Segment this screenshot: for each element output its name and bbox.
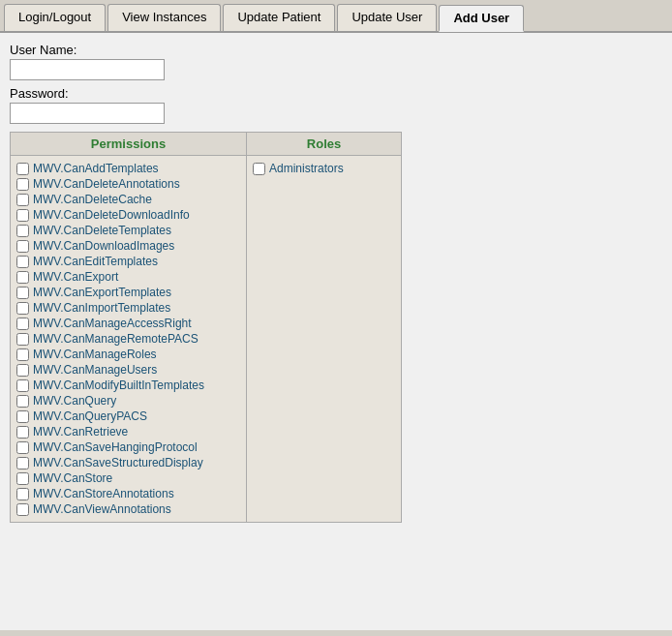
permission-item: MWV.CanDeleteAnnotations xyxy=(16,177,240,191)
username-row: User Name: xyxy=(10,43,662,80)
permission-checkbox-5[interactable] xyxy=(16,240,29,253)
permission-label[interactable]: MWV.CanImportTemplates xyxy=(33,301,170,315)
permission-item: MWV.CanDownloadImages xyxy=(16,239,240,253)
permission-label[interactable]: MWV.CanRetrieve xyxy=(33,425,128,439)
password-row: Password: xyxy=(10,86,662,124)
permission-checkbox-7[interactable] xyxy=(16,271,29,284)
permission-label[interactable]: MWV.CanManageUsers xyxy=(33,363,157,377)
permission-item: MWV.CanViewAnnotations xyxy=(16,502,240,516)
permission-label[interactable]: MWV.CanStore xyxy=(33,471,112,485)
permission-item: MWV.CanAddTemplates xyxy=(16,162,240,175)
permission-item: MWV.CanManageUsers xyxy=(16,363,240,377)
permission-item: MWV.CanManageRemotePACS xyxy=(16,332,240,346)
permission-item: MWV.CanSaveHangingProtocol xyxy=(16,440,240,454)
permission-item: MWV.CanManageAccessRight xyxy=(16,317,240,330)
role-item: Administrators xyxy=(253,162,395,175)
permission-item: MWV.CanExport xyxy=(16,270,240,284)
permission-label[interactable]: MWV.CanDownloadImages xyxy=(33,239,174,253)
permission-checkbox-4[interactable] xyxy=(16,225,29,237)
permission-label[interactable]: MWV.CanManageRoles xyxy=(33,348,157,361)
permission-label[interactable]: MWV.CanViewAnnotations xyxy=(33,502,171,516)
permission-checkbox-18[interactable] xyxy=(16,441,29,454)
permission-checkbox-0[interactable] xyxy=(16,163,29,175)
permission-item: MWV.CanEditTemplates xyxy=(16,255,240,268)
roles-column: Roles Administrators xyxy=(247,132,402,523)
permissions-header: Permissions xyxy=(11,133,246,156)
permission-checkbox-3[interactable] xyxy=(16,209,29,222)
password-input[interactable] xyxy=(10,103,165,124)
permission-checkbox-21[interactable] xyxy=(16,488,29,500)
permission-checkbox-14[interactable] xyxy=(16,379,29,392)
tab-bar: Login/LogoutView InstancesUpdate Patient… xyxy=(0,0,672,33)
permission-label[interactable]: MWV.CanManageRemotePACS xyxy=(33,332,199,346)
permissions-list: MWV.CanAddTemplatesMWV.CanDeleteAnnotati… xyxy=(11,156,246,522)
permission-item: MWV.CanStoreAnnotations xyxy=(16,487,240,500)
form-section: User Name: Password: xyxy=(10,43,662,124)
roles-list: Administrators xyxy=(247,156,401,181)
permission-checkbox-17[interactable] xyxy=(16,426,29,439)
permission-label[interactable]: MWV.CanDeleteDownloadInfo xyxy=(33,208,190,222)
roles-header: Roles xyxy=(247,133,401,156)
tab-update-user[interactable]: Update User xyxy=(337,4,437,31)
permissions-column: Permissions MWV.CanAddTemplatesMWV.CanDe… xyxy=(10,132,247,523)
permission-label[interactable]: MWV.CanManageAccessRight xyxy=(33,317,192,330)
tab-view-instances[interactable]: View Instances xyxy=(107,4,221,31)
tab-login-logout[interactable]: Login/Logout xyxy=(4,4,106,31)
permission-checkbox-13[interactable] xyxy=(16,364,29,377)
permission-item: MWV.CanModifyBuiltInTemplates xyxy=(16,379,240,392)
permission-item: MWV.CanQueryPACS xyxy=(16,409,240,423)
permission-item: MWV.CanQuery xyxy=(16,394,240,408)
permission-item: MWV.CanDeleteDownloadInfo xyxy=(16,208,240,222)
password-label: Password: xyxy=(10,86,662,101)
permission-label[interactable]: MWV.CanEditTemplates xyxy=(33,255,158,268)
username-label: User Name: xyxy=(10,43,662,57)
permission-checkbox-11[interactable] xyxy=(16,333,29,346)
permission-label[interactable]: MWV.CanModifyBuiltInTemplates xyxy=(33,379,204,392)
permission-label[interactable]: MWV.CanDeleteAnnotations xyxy=(33,177,180,191)
permission-item: MWV.CanRetrieve xyxy=(16,425,240,439)
role-label[interactable]: Administrators xyxy=(269,162,344,175)
permission-checkbox-6[interactable] xyxy=(16,256,29,268)
permission-item: MWV.CanStore xyxy=(16,471,240,485)
permission-label[interactable]: MWV.CanSaveStructuredDisplay xyxy=(33,456,203,469)
permission-checkbox-22[interactable] xyxy=(16,503,29,516)
permission-label[interactable]: MWV.CanQuery xyxy=(33,394,116,408)
permissions-roles-section: Permissions MWV.CanAddTemplatesMWV.CanDe… xyxy=(10,132,662,523)
permission-label[interactable]: MWV.CanExportTemplates xyxy=(33,286,171,299)
permission-label[interactable]: MWV.CanQueryPACS xyxy=(33,409,147,423)
role-checkbox-0[interactable] xyxy=(253,163,265,175)
permission-item: MWV.CanSaveStructuredDisplay xyxy=(16,456,240,469)
permission-checkbox-1[interactable] xyxy=(16,178,29,191)
content-area: User Name: Password: Permissions MWV.Can… xyxy=(0,33,672,630)
permission-checkbox-9[interactable] xyxy=(16,302,29,315)
permission-checkbox-19[interactable] xyxy=(16,457,29,469)
permission-item: MWV.CanImportTemplates xyxy=(16,301,240,315)
permission-label[interactable]: MWV.CanDeleteCache xyxy=(33,193,152,206)
tab-add-user[interactable]: Add User xyxy=(439,5,524,32)
permission-checkbox-10[interactable] xyxy=(16,318,29,330)
permission-item: MWV.CanExportTemplates xyxy=(16,286,240,299)
permission-item: MWV.CanDeleteTemplates xyxy=(16,224,240,237)
permission-label[interactable]: MWV.CanSaveHangingProtocol xyxy=(33,440,198,454)
permission-checkbox-16[interactable] xyxy=(16,410,29,423)
permission-checkbox-20[interactable] xyxy=(16,472,29,485)
tab-update-patient[interactable]: Update Patient xyxy=(223,4,335,31)
permission-label[interactable]: MWV.CanDeleteTemplates xyxy=(33,224,171,237)
permission-item: MWV.CanDeleteCache xyxy=(16,193,240,206)
permission-checkbox-12[interactable] xyxy=(16,348,29,361)
permission-checkbox-8[interactable] xyxy=(16,287,29,299)
username-input[interactable] xyxy=(10,59,165,80)
permission-checkbox-15[interactable] xyxy=(16,395,29,408)
permission-label[interactable]: MWV.CanAddTemplates xyxy=(33,162,159,175)
permission-item: MWV.CanManageRoles xyxy=(16,348,240,361)
permission-label[interactable]: MWV.CanExport xyxy=(33,270,118,284)
permission-checkbox-2[interactable] xyxy=(16,194,29,206)
permission-label[interactable]: MWV.CanStoreAnnotations xyxy=(33,487,174,500)
